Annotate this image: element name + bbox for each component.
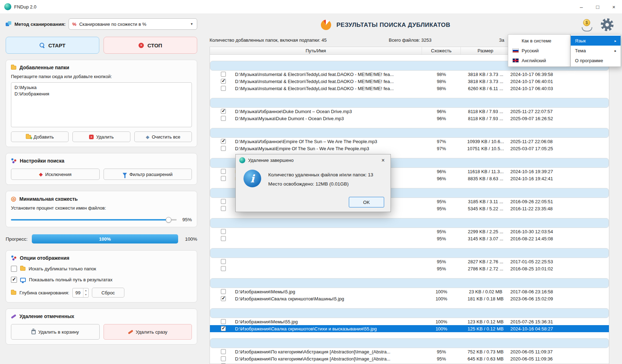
file-checkbox[interactable] [221,86,226,91]
ok-button[interactable]: OK [349,197,384,207]
progress-row: Прогресс: 100% 100% [6,234,197,244]
column-header-path[interactable]: Путь/Имя [210,47,422,54]
duplicate-file-row[interactable]: D:\Изображения\Свалка скриншотов\Стихи и… [210,325,609,332]
folder-list-item[interactable]: D:\Музыка [14,84,188,91]
duplicate-file-row[interactable]: 95%2827 KB / 2.76 ...2017-01-05 22:25:53 [210,258,609,265]
file-checkbox[interactable] [221,266,226,271]
delete-to-trash-button[interactable]: Удалить в корзину [11,324,100,340]
file-checkbox[interactable] [221,146,226,151]
exclusions-button[interactable]: ◆Исключения [11,169,100,180]
file-path-cell: D:\Музыка\Избранное\Empire Of The Sun – … [210,138,422,145]
scan-method-dropdown[interactable]: % Сканирование по схожести в % ▼ [69,18,197,30]
submenu-arrow-icon: ▸ [615,49,616,53]
duplicate-group-row[interactable]: ▼Группа дубликатов 7 (2 файлов) [210,248,609,258]
depth-spinner[interactable]: 99 ▲▼ [72,288,89,298]
full-path-checkbox[interactable] [11,277,17,283]
duplicate-group-row[interactable]: ▼Группа дубликатов 8 (2 файлов) [210,278,609,288]
slider-thumb[interactable] [166,217,171,223]
submenu-item-label: Английский [522,58,546,63]
clear-all-button[interactable]: ◆Очистить все [134,131,192,142]
spin-down-icon[interactable]: ▼ [83,293,88,297]
settings-gear-icon[interactable] [601,18,614,31]
duplicate-file-row[interactable]: 95%2299 KB / 2.25 ...2016-10-30 12:03:54 [210,228,609,235]
duplicate-file-row[interactable]: D:\Изображения\Мемы\5.jpg100%23 KB / 0.0… [210,288,609,295]
folder-list-item[interactable]: D:\Изображения [14,91,188,97]
file-checkbox[interactable] [221,169,226,174]
file-checkbox[interactable] [221,116,226,121]
coin-icon: $ [583,19,590,26]
date-value: 2024-10-16 19:42:41 [510,175,569,182]
column-header-similarity[interactable]: Схожесть [422,47,461,54]
similarity-value: 98% [422,85,461,92]
similarity-value: 96% [422,175,461,182]
donate-icon[interactable]: $ [580,18,594,33]
duplicate-group-row[interactable]: ▼Группа дубликатов 2 (2 файлов) [210,98,609,108]
duplicate-file-row[interactable]: 95%3145 KB / 3.07 ...2016-08-22 14:45:08 [210,235,609,242]
maximize-button[interactable]: □ [589,0,606,13]
file-checkbox[interactable] [221,259,226,264]
similarity-slider[interactable] [11,219,177,221]
file-path-cell [210,235,422,242]
file-checkbox[interactable] [221,199,226,204]
duplicate-file-row[interactable]: D:\Музыка\Музыка\Empire Of The Sun - We … [210,145,609,152]
duplicate-file-row[interactable]: D:\Изображения\По категориям\Абстракция … [210,362,609,364]
file-checkbox[interactable] [221,236,226,241]
file-checkbox[interactable] [221,326,226,331]
duplicate-file-row[interactable]: D:\Музыка\Instumental & Electron\TeddyLo… [210,78,609,85]
submenu-item[interactable]: Как в системе [508,36,570,46]
remove-folder-button[interactable]: ×Удалить [72,131,130,142]
file-checkbox[interactable] [221,206,226,211]
duplicate-file-row[interactable]: D:\Изображения\Мемы\55.jpg100%123 KB / 0… [210,318,609,325]
folders-only-checkbox[interactable] [11,266,17,272]
file-checkbox[interactable] [221,72,226,77]
reset-button[interactable]: Сброс [92,288,124,298]
file-checkbox[interactable] [221,319,226,324]
duplicate-file-row[interactable]: D:\Музыка\Instumental & Electron\TeddyLo… [210,85,609,92]
file-checkbox[interactable] [221,296,226,301]
duplicate-file-row[interactable]: D:\Музыка\Instumental & Electron\TeddyLo… [210,71,609,78]
duplicate-file-row[interactable]: 95%2786 KB / 2.72 ...2016-08-25 10:01:02 [210,265,609,272]
duplicate-file-row[interactable]: D:\Изображения\По категориям\Абстракция … [210,355,609,362]
submenu-item[interactable]: Русский [508,46,570,55]
file-checkbox[interactable] [221,109,226,114]
file-checkbox[interactable] [221,79,226,84]
column-header-size[interactable]: Размер [461,47,510,54]
file-checkbox[interactable] [221,349,226,354]
stop-button[interactable]: × СТОП [104,37,197,54]
file-checkbox[interactable] [221,356,226,361]
duplicate-group-row[interactable]: ▼Группа дубликатов 6 (2 файлов) [210,218,609,228]
submenu-item[interactable]: Английский [508,55,570,65]
start-button[interactable]: СТАРТ [6,37,99,54]
duplicate-group-row[interactable]: ▼Группа дубликатов 3 (2 файлов) [210,128,609,138]
extension-filter-button[interactable]: Фильтр расширений [104,169,192,180]
depth-value: 99 [73,290,83,295]
full-path-label: Показывать полный путь в результатах [29,277,112,282]
added-folders-title: Добавленные папки [19,65,69,70]
file-checkbox[interactable] [221,176,226,181]
row-filler [569,108,609,115]
row-filler [569,355,609,362]
menu-item[interactable]: Тема▸ [571,46,621,55]
dialog-title-bar: Удаление завершено × [236,154,391,166]
menu-item[interactable]: Язык▸ [571,36,621,46]
duplicate-file-row[interactable]: D:\Музыка\Избранное\Empire Of The Sun – … [210,138,609,145]
duplicate-file-row[interactable]: D:\Музыка\Музыка\Duke Dumont - Ocean Dri… [210,115,609,122]
date-value: 2015-07-26 15:36:31 [510,318,569,325]
file-checkbox[interactable] [221,229,226,234]
duplicate-file-row[interactable]: D:\Изображения\Свалка скриншотов\Машины\… [210,295,609,302]
delete-now-button[interactable]: Удалить сразу [104,324,192,340]
file-checkbox[interactable] [221,139,226,144]
duplicate-group-row[interactable]: ▼Группа дубликатов 9 (2 файлов) [210,308,609,318]
dialog-close-icon[interactable]: × [376,154,391,166]
spin-up-icon[interactable]: ▲ [83,288,88,293]
duplicate-file-row[interactable]: D:\Изображения\По категориям\Абстракция … [210,348,609,355]
folder-list[interactable]: D:\МузыкаD:\Изображения [11,82,192,127]
close-button[interactable]: × [606,0,622,13]
duplicate-group-row[interactable]: ▼Группа дубликатов 10 (23 файлов) [210,338,609,348]
add-folder-button[interactable]: Добавить [11,131,69,142]
file-checkbox[interactable] [221,289,226,294]
duplicate-file-row[interactable]: D:\Музыка\Избранное\Duke Dumont – Ocean … [210,108,609,115]
menu-item[interactable]: О программе [571,55,621,65]
title-bar: FNDup 2.0 – □ × [0,0,622,13]
minimize-button[interactable]: – [573,0,589,13]
